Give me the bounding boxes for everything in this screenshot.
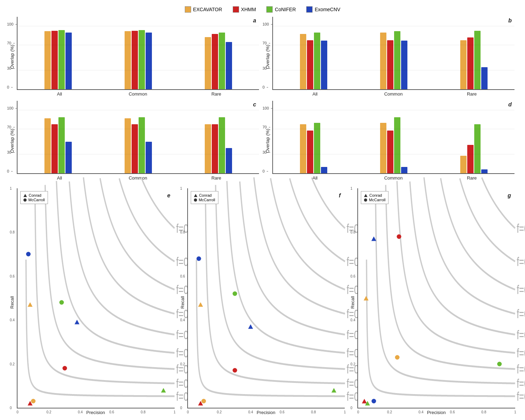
bar — [226, 42, 232, 89]
bar — [146, 33, 152, 89]
bar — [219, 33, 225, 89]
panel-letter: g — [507, 192, 511, 199]
panel-letter: d — [508, 102, 512, 108]
bars-row — [101, 26, 175, 89]
scatter-point-exomecnv-mccarroll — [26, 252, 31, 257]
bar-group — [276, 110, 350, 173]
y-tick-label: 0.6 — [180, 274, 185, 278]
bars-row — [357, 26, 430, 89]
y-tick-label: 0 — [180, 406, 182, 410]
scatter-point-conifer-conrad — [161, 388, 166, 392]
scatter-plot: f=0.1f=0.2f=0.3f=0.4f=0.5f=0.6f=0.7f=0.8… — [17, 188, 175, 408]
x-tick-label: 0.4 — [78, 410, 83, 414]
y-tick: 100 — [262, 22, 272, 26]
x-label: Rare — [433, 175, 511, 181]
bar — [146, 142, 152, 173]
triangle-point — [161, 388, 166, 392]
triangle-point — [198, 401, 203, 406]
scatter-point-exomecnv-conrad — [371, 237, 376, 241]
scatter-legend-label: McCarroll — [199, 198, 215, 202]
bar — [300, 124, 306, 173]
triangle-point — [28, 302, 33, 307]
scatter-legend-item: McCarroll — [364, 198, 385, 202]
bar-group — [101, 26, 175, 89]
y-tick-line — [273, 110, 514, 110]
bar-panels: Overlap (%)03070100AllCommonRareaOverlap… — [7, 14, 518, 182]
bar-group — [276, 26, 350, 89]
y-tick: 70 — [7, 125, 15, 129]
scatter-point-exomecnv-mccarroll — [372, 399, 376, 404]
legend-color-box — [185, 6, 191, 13]
scatter-legend-label: McCarroll — [28, 198, 45, 202]
triangle-icon — [194, 194, 197, 197]
scatter-point-exomecnv-conrad — [248, 324, 253, 329]
scatter-point-conifer-mccarroll — [59, 300, 64, 305]
scatter-legend: ConradMcCarroll — [191, 191, 218, 204]
x-tick-label: 1 — [514, 410, 516, 414]
triangle-point — [371, 237, 376, 241]
x-tick-label: 1 — [174, 410, 176, 414]
legend-item-conifer: CoNIFER — [266, 6, 296, 13]
x-label: Common — [354, 175, 433, 181]
svg-text:f=0.7: f=0.7 — [517, 283, 525, 296]
x-tick-label: 0.2 — [387, 410, 392, 414]
y-tick-line — [18, 129, 259, 129]
bar — [387, 40, 393, 89]
scatter-point-xhmm-mccarroll — [62, 366, 67, 371]
x-tick-label: 0.8 — [141, 410, 146, 414]
x-labels: AllCommonRare — [272, 174, 514, 181]
y-tick-label: 0.6 — [10, 274, 15, 278]
bar — [58, 30, 65, 89]
circle-point — [397, 234, 401, 239]
bar — [212, 34, 218, 89]
bar-group — [21, 26, 95, 89]
y-tick: 30 — [262, 150, 270, 154]
contour-svg: f=0.1f=0.2f=0.3f=0.4f=0.5f=0.6f=0.7f=0.8… — [188, 188, 345, 408]
bars-row — [276, 110, 350, 173]
x-label: Common — [354, 91, 433, 97]
y-axis-label: Overlap (%) — [262, 17, 272, 97]
y-tick: 0 — [7, 85, 13, 89]
bars-row — [182, 110, 255, 173]
scatter-point-exomecnv-mccarroll — [197, 256, 201, 261]
x-label: Rare — [433, 91, 511, 97]
y-axis-label: Overlap (%) — [7, 17, 17, 97]
scatter-area: f=0.1f=0.2f=0.3f=0.4f=0.5f=0.6f=0.7f=0.8… — [187, 188, 345, 416]
x-label: All — [276, 91, 354, 97]
svg-text:f=0.3: f=0.3 — [517, 363, 525, 376]
bar-group — [182, 110, 255, 173]
bars-row — [437, 110, 511, 173]
bar-group — [437, 26, 511, 89]
legend-label: EXCAVATOR — [193, 7, 222, 12]
y-tick-line — [273, 129, 514, 129]
scatter-legend-label: Conrad — [369, 193, 382, 197]
scatter-panel-f: Recallf=0.1f=0.2f=0.3f=0.4f=0.5f=0.6f=0.… — [177, 186, 348, 416]
bar — [321, 41, 327, 89]
svg-text:f=0.8: f=0.8 — [517, 255, 525, 268]
scatter-legend-item: Conrad — [194, 193, 215, 197]
bars-row — [276, 26, 350, 89]
legend-item-exomecnv: ExomeCNV — [306, 6, 340, 13]
x-tick-label: 0 — [16, 410, 19, 414]
scatter-point-xhmm-conrad — [198, 401, 203, 406]
triangle-icon — [364, 194, 368, 197]
y-tick-label: 1 — [180, 187, 182, 190]
x-tick-label: 0.6 — [109, 410, 114, 414]
bar — [125, 31, 131, 89]
bars-row — [437, 26, 511, 89]
circle-icon — [194, 198, 197, 202]
y-tick: 30 — [262, 66, 270, 70]
svg-text:f=0.4: f=0.4 — [517, 346, 525, 360]
scatter-legend-item: McCarroll — [23, 198, 45, 202]
x-tick-label: 0 — [187, 410, 189, 414]
triangle-point — [75, 320, 79, 324]
x-label: Common — [99, 91, 177, 97]
panel-letter: e — [167, 192, 170, 199]
scatter-point-xhmm-mccarroll — [397, 234, 401, 239]
bar — [394, 31, 400, 89]
circle-icon — [364, 198, 367, 202]
legend-label: XHMM — [241, 7, 256, 12]
scatter-panels: Recallf=0.1f=0.2f=0.3f=0.4f=0.5f=0.6f=0.… — [7, 182, 518, 416]
circle-point — [197, 256, 201, 261]
bar — [401, 167, 407, 173]
